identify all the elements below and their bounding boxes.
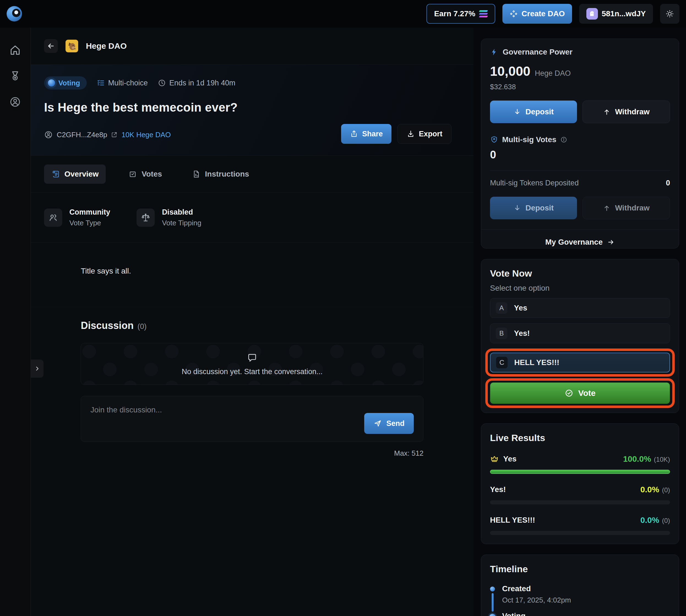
- my-governance-link[interactable]: My Governance: [481, 229, 679, 248]
- chevron-right-icon: [34, 365, 41, 372]
- vote-option-b[interactable]: B Yes!: [490, 324, 670, 343]
- vote-type-label: Multi-choice: [108, 79, 148, 87]
- checklist-icon: [97, 79, 105, 87]
- chat-bubble-icon: [247, 352, 258, 363]
- timeline-line: [491, 593, 494, 612]
- phantom-wallet-icon: [586, 8, 598, 20]
- tab-votes[interactable]: Votes: [121, 164, 169, 184]
- timeline-event-date: Oct 17, 2025, 4:02pm: [502, 596, 571, 604]
- theme-toggle-button[interactable]: [660, 4, 679, 24]
- vote-now-card: Vote Now Select one option A Yes B Yes! …: [481, 259, 679, 413]
- share-button[interactable]: Share: [341, 124, 391, 144]
- export-label: Export: [419, 130, 442, 138]
- vote-now-subtitle: Select one option: [490, 284, 670, 292]
- result-count: (0): [662, 486, 670, 494]
- timeline-event-title: Voting: [502, 612, 571, 616]
- dao-avatar[interactable]: [66, 40, 78, 52]
- withdraw-button[interactable]: Withdraw: [582, 101, 670, 123]
- create-dao-button[interactable]: Create DAO: [502, 4, 572, 24]
- author-address[interactable]: C2GFH...Z4e8p: [57, 131, 107, 139]
- wallet-button[interactable]: 581n...wdJY: [579, 4, 653, 24]
- status-dot-icon: [48, 79, 55, 87]
- vote-meta-row: Community Vote Type Disabled Vote Tippin…: [31, 193, 474, 242]
- wallet-address: 581n...wdJY: [602, 9, 646, 18]
- discussion-heading: Discussion: [81, 320, 134, 331]
- governance-amount: 10,000: [490, 64, 530, 79]
- timeline-event-created: Created Oct 17, 2025, 4:02pm: [490, 584, 670, 612]
- share-icon: [350, 130, 358, 138]
- external-link-icon[interactable]: [111, 131, 117, 138]
- multisig-votes-value: 0: [490, 149, 670, 161]
- vote-button[interactable]: Vote: [490, 382, 670, 404]
- earn-label: Earn 7.27%: [434, 9, 475, 18]
- multisig-deposit-button[interactable]: Deposit: [490, 197, 577, 219]
- discussion-empty-state: No discussion yet. Start the conversatio…: [81, 343, 424, 385]
- governance-usd-value: $32.638: [490, 83, 670, 91]
- medal-icon[interactable]: [9, 70, 21, 82]
- scroll-icon: [51, 170, 60, 178]
- governance-power-heading: Governance Power: [503, 48, 573, 57]
- tab-instructions-label: Instructions: [205, 170, 249, 178]
- result-label: Yes!: [490, 485, 506, 494]
- profile-icon[interactable]: [9, 96, 21, 108]
- governance-token: Hege DAO: [535, 69, 571, 78]
- earn-button[interactable]: Earn 7.27%: [427, 4, 495, 24]
- live-results-heading: Live Results: [490, 433, 670, 443]
- send-label: Send: [386, 419, 404, 428]
- discussion-empty-text: No discussion yet. Start the conversatio…: [182, 368, 323, 376]
- vote-tipping-item: Disabled Vote Tipping: [137, 208, 201, 227]
- arrow-right-icon: [607, 238, 615, 246]
- author-stake[interactable]: 10K Hege DAO: [121, 131, 171, 139]
- send-button[interactable]: Send: [364, 413, 414, 434]
- multisig-deposit-label: Deposit: [526, 204, 554, 213]
- max-length-note: Max: 512: [81, 449, 424, 458]
- vote-option-a[interactable]: A Yes: [490, 298, 670, 318]
- tab-overview[interactable]: Overview: [44, 164, 106, 184]
- tab-instructions[interactable]: Instructions: [185, 164, 256, 184]
- author-avatar-icon: [44, 130, 53, 139]
- ballot-icon: [128, 170, 137, 178]
- sidebar-expand-button[interactable]: [31, 359, 44, 378]
- result-label: HELL YES!!!: [490, 516, 535, 525]
- export-button[interactable]: Export: [397, 124, 452, 144]
- badges-row: Voting Multi-choice Ends in 1d 19h 40m: [44, 76, 460, 90]
- result-bar-track: [490, 531, 670, 535]
- clock-icon: [158, 79, 166, 87]
- voting-status-badge: Voting: [44, 76, 87, 90]
- multisig-withdraw-button[interactable]: Withdraw: [582, 197, 670, 219]
- discussion-input[interactable]: [90, 405, 338, 430]
- share-label: Share: [362, 130, 383, 138]
- info-icon[interactable]: [560, 136, 567, 143]
- top-bar: Earn 7.27% Create DAO 581n...wdJY: [0, 0, 686, 27]
- result-bar-fill: [490, 531, 491, 535]
- home-icon[interactable]: [9, 44, 21, 56]
- timeline-card: Timeline Created Oct 17, 2025, 4:02pm Vo: [481, 554, 679, 616]
- solana-icon: [479, 10, 487, 17]
- option-letter-badge: B: [496, 328, 507, 339]
- sun-icon: [665, 9, 674, 18]
- tab-votes-label: Votes: [141, 170, 162, 178]
- vote-now-heading: Vote Now: [490, 268, 670, 279]
- arrow-up-icon: [603, 204, 611, 212]
- option-letter-badge: C: [496, 357, 508, 368]
- community-icon: [44, 208, 62, 227]
- governance-power-card: Governance Power 10,000 Hege DAO $32.638…: [481, 39, 679, 248]
- result-count: (0): [662, 517, 670, 525]
- file-code-icon: [192, 170, 201, 178]
- right-sidebar: Governance Power 10,000 Hege DAO $32.638…: [474, 27, 686, 616]
- timeline-dot-icon: [489, 614, 496, 616]
- result-bar-track: [490, 500, 670, 504]
- vote-option-c-selected[interactable]: C HELL YES!!!: [490, 353, 670, 372]
- timeline-event-voting: Voting Oct 17, 2025, 4:02pm: [490, 612, 670, 616]
- deposit-button[interactable]: Deposit: [490, 101, 577, 123]
- description-section: Title says it all.: [31, 242, 474, 307]
- ends-badge: Ends in 1d 19h 40m: [158, 79, 235, 87]
- back-button[interactable]: [44, 39, 58, 53]
- deposit-label: Deposit: [526, 107, 554, 116]
- diamonds-icon: [509, 9, 518, 18]
- create-dao-label: Create DAO: [522, 9, 565, 18]
- realms-logo[interactable]: [7, 6, 22, 21]
- vote-tipping-caption: Vote Tipping: [162, 219, 201, 227]
- discussion-count: (0): [138, 322, 147, 331]
- dao-name: Hege DAO: [86, 41, 127, 51]
